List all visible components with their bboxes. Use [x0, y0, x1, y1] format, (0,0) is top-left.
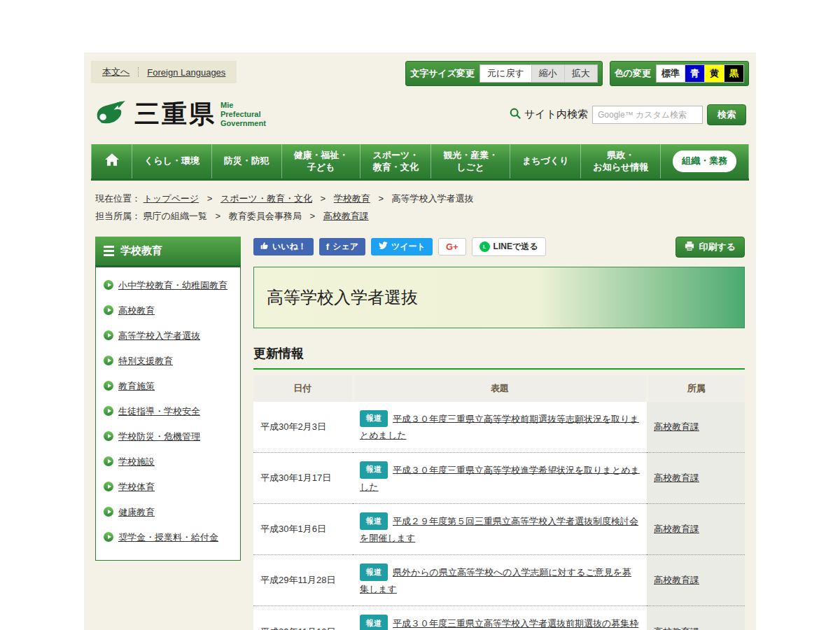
color-blue-button[interactable]: 青 [685, 65, 704, 82]
search-button[interactable]: 検索 [707, 104, 746, 125]
logo-subtext-line: Prefectural [220, 110, 266, 119]
news-title-cell: 報道平成３０年度三重県立高等学校入学者選抜前期選抜の募集枠について [353, 606, 647, 630]
news-title-link[interactable]: 平成３０年度三重県立高等学校進学希望状況を取りまとめました [360, 464, 640, 491]
sidebar-item-label[interactable]: 教育施策 [118, 380, 155, 393]
press-badge: 報道 [360, 615, 388, 630]
line-button-label: LINEで送る [493, 241, 538, 253]
print-button[interactable]: 印刷する [676, 237, 745, 258]
nav-item-label: くらし・環境 [144, 155, 200, 167]
line-share-button[interactable]: L LINEで送る [472, 237, 546, 256]
skip-to-content-link[interactable]: 本文へ [102, 66, 130, 78]
share-button-label: シェア [332, 241, 358, 253]
sidebar-header: 学校教育 [95, 237, 241, 267]
color-yellow-button[interactable]: 黄 [704, 65, 724, 82]
nav-item-label: お知らせ情報 [593, 162, 648, 173]
sidebar-item-label[interactable]: 奨学金・授業料・給付金 [118, 531, 218, 544]
arrow-circle-icon [104, 456, 113, 466]
breadcrumb-link-dept[interactable]: 高校教育課 [323, 211, 369, 221]
sidebar-item-guidance[interactable]: 生徒指導・学校安全 [104, 399, 232, 424]
color-standard-button[interactable]: 標準 [657, 65, 685, 82]
sidebar-item-elementary[interactable]: 小中学校教育・幼稚園教育 [104, 273, 232, 298]
foreign-languages-link[interactable]: Foreign Languages [147, 67, 225, 78]
news-date: 平成30年2月3日 [253, 402, 353, 453]
font-size-label: 文字サイズ変更 [410, 67, 475, 80]
breadcrumb-department: 担当所属： 県庁の組織一覧 > 教育委員会事務局 > 高校教育課 [95, 207, 745, 225]
news-title-link[interactable]: 県外からの県立高等学校への入学志願に対するご意見を募集します [360, 567, 631, 594]
facebook-icon: f [326, 241, 329, 252]
nav-item-kankou[interactable]: 観光・産業・ しごと [430, 144, 510, 178]
sidebar-item-label[interactable]: 学校施設 [118, 456, 155, 468]
sidebar-item-entrance-exam[interactable]: 高等学校入学者選抜 [104, 323, 232, 349]
arrow-circle-icon [104, 356, 113, 365]
sidebar-item-disaster[interactable]: 学校防災・危機管理 [104, 424, 232, 449]
news-dept-cell: 高校教育課 [647, 402, 745, 453]
org-button[interactable]: 組織・業務 [673, 150, 736, 172]
logo-subtext-line: Government [220, 119, 266, 128]
breadcrumb-location: 現在位置： トップページ > スポーツ・教育・文化 > 学校教育 > 高等学校入… [95, 190, 745, 207]
search-icon [509, 107, 522, 122]
sidebar-item-scholarship[interactable]: 奨学金・授業料・給付金 [104, 525, 232, 550]
dept-link[interactable]: 高校教育課 [654, 575, 699, 585]
search-label-text: サイト内検索 [524, 108, 588, 121]
like-button-label: いいね！ [272, 241, 307, 253]
nav-item-kurashi[interactable]: くらし・環境 [132, 144, 211, 178]
breadcrumb-link-sports[interactable]: スポーツ・教育・文化 [220, 193, 312, 204]
sidebar-item-label[interactable]: 生徒指導・学校安全 [118, 405, 200, 418]
nav-item-org[interactable]: 組織・業務 [660, 144, 749, 178]
arrow-circle-icon [104, 406, 113, 416]
nav-item-machi[interactable]: まちづくり [510, 144, 580, 178]
arrow-circle-icon [104, 305, 113, 315]
nav-item-kenkou[interactable]: 健康・福祉・ 子ども [281, 144, 360, 178]
facebook-like-button[interactable]: いいね！ [253, 238, 314, 255]
google-plus-icon: G+ [446, 241, 458, 252]
sidebar-item-highschool[interactable]: 高校教育 [104, 298, 232, 323]
sidebar-item-label[interactable]: 特別支援教育 [118, 355, 173, 368]
sidebar-item-label[interactable]: 高等学校入学者選抜 [118, 330, 200, 342]
nav-item-bousai[interactable]: 防災・防犯 [211, 144, 281, 178]
sidebar-item-label[interactable]: 小中学校教育・幼稚園教育 [118, 279, 227, 292]
sidebar-item-label[interactable]: 高校教育 [118, 304, 155, 317]
font-size-larger-button[interactable]: 拡大 [564, 65, 597, 82]
facebook-share-button[interactable]: f シェア [319, 238, 365, 255]
sidebar-item-special-support[interactable]: 特別支援教育 [104, 349, 232, 374]
dept-link[interactable]: 高校教育課 [654, 626, 699, 630]
dept-link[interactable]: 高校教育課 [654, 421, 699, 432]
nav-item-label: 子ども [307, 162, 335, 173]
font-size-smaller-button[interactable]: 縮小 [531, 65, 564, 82]
site-logo[interactable]: 三重県 Mie Prefectural Government [94, 97, 266, 132]
news-title-link[interactable]: 平成３０年度三重県立高等学校前期選抜等志願状況を取りまとめました [360, 413, 639, 440]
news-title-link[interactable]: 平成２９年度第５回三重県立高等学校入学者選抜制度検討会を開催します [360, 516, 638, 543]
news-dept-cell: 高校教育課 [647, 504, 745, 555]
color-black-button[interactable]: 黒 [724, 65, 743, 82]
arrow-circle-icon [104, 280, 113, 290]
nav-item-sports[interactable]: スポーツ・ 教育・文化 [360, 144, 430, 178]
breadcrumb-org-list: 県庁の組織一覧 [144, 211, 207, 221]
dept-link[interactable]: 高校教育課 [654, 472, 699, 483]
breadcrumb-link-top[interactable]: トップページ [144, 193, 200, 204]
nav-item-kensei[interactable]: 県政・ お知らせ情報 [580, 144, 660, 178]
sidebar-item-label[interactable]: 学校防災・危機管理 [118, 430, 200, 443]
news-table: 日付 表題 所属 平成30年2月3日 報道平成３０年度三重県立高等学校前期選抜等… [253, 375, 745, 630]
sidebar-item-pe[interactable]: 学校体育 [104, 475, 232, 500]
news-title-link[interactable]: 平成３０年度三重県立高等学校入学者選抜前期選抜の募集枠について [360, 618, 638, 630]
divider [138, 67, 139, 77]
google-plus-button[interactable]: G+ [438, 238, 466, 255]
sidebar-item-health[interactable]: 健康教育 [104, 500, 232, 525]
font-size-reset-button[interactable]: 元に戻す [480, 65, 531, 82]
dept-link[interactable]: 高校教育課 [654, 524, 699, 534]
nav-home[interactable] [91, 144, 132, 178]
arrow-circle-icon [104, 532, 113, 542]
logo-text: 三重県 [134, 97, 216, 132]
breadcrumb-label: 現在位置： [95, 193, 141, 204]
sidebar-item-label[interactable]: 健康教育 [118, 506, 155, 519]
breadcrumb-link-school[interactable]: 学校教育 [334, 193, 370, 204]
table-header-row: 日付 表題 所属 [253, 375, 745, 402]
search-input[interactable] [592, 106, 703, 124]
sidebar-item-edu-policy[interactable]: 教育施策 [104, 374, 232, 399]
sidebar-item-label[interactable]: 学校体育 [118, 481, 155, 493]
page-container: 本文へ Foreign Languages 文字サイズ変更 元に戻す 縮小 拡大… [84, 52, 756, 630]
breadcrumb-separator: > [216, 211, 221, 221]
tweet-button[interactable]: ツイート [371, 238, 433, 255]
sidebar-item-facilities[interactable]: 学校施設 [104, 449, 232, 475]
main-column: いいね！ f シェア ツイート G+ L LINEで送る [253, 237, 745, 630]
